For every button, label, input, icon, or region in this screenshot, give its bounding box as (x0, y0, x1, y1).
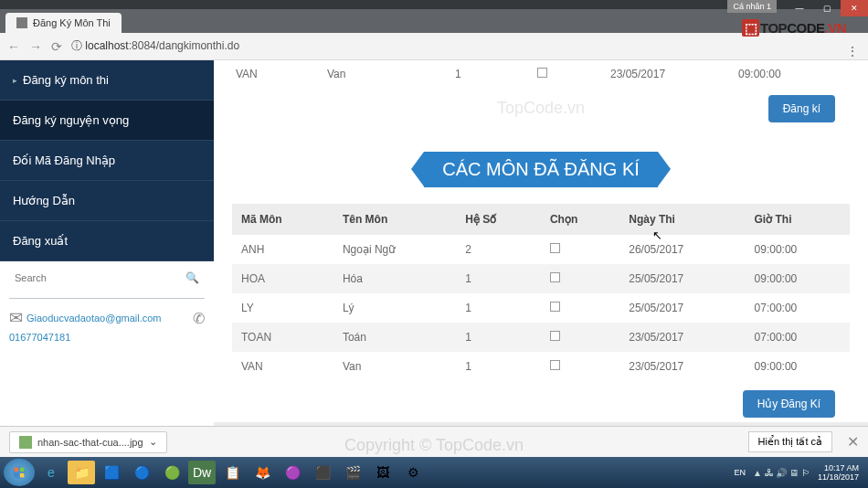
taskbar-app-icon[interactable]: 📋 (218, 461, 246, 484)
url-field[interactable]: ⓘ localhost:8084/dangkimonthi.do (71, 38, 239, 54)
download-bar: nhan-sac-that-cua....jpg ⌄ Hiển thị tất … (0, 426, 868, 457)
topcode-logo: ⬚TOPCODE.VN (742, 20, 846, 37)
cell-checkbox[interactable] (541, 352, 619, 381)
back-button[interactable]: ← (7, 39, 20, 54)
cell: 23/05/2017 (619, 352, 745, 381)
cell-checkbox[interactable] (541, 264, 619, 293)
reload-button[interactable]: ⟳ (51, 39, 62, 54)
cell-checkbox[interactable] (541, 235, 619, 264)
cell: Hóa (333, 264, 456, 293)
profile-label[interactable]: Cá nhân 1 (727, 0, 777, 13)
sidebar-item-label: Đăng ký môn thi (23, 73, 109, 87)
chevron-down-icon[interactable]: ⌄ (149, 436, 157, 448)
cell: Toán (333, 323, 456, 352)
taskbar-app-icon[interactable]: 🟣 (279, 461, 306, 484)
taskbar-firefox-icon[interactable]: 🦊 (249, 461, 276, 484)
close-download-bar[interactable]: ✕ (847, 433, 859, 451)
phone-icon: ✆ (193, 310, 205, 327)
svg-rect-1 (15, 468, 19, 472)
registered-table: Mã Môn Tên Môn Hệ Số Chọn Ngày Thi Giờ T… (232, 204, 850, 381)
register-button[interactable]: Đăng kí (768, 95, 835, 122)
cell: Ngoại Ngữ (333, 235, 456, 264)
table-row: ANH Ngoại Ngữ 2 26/05/2017 09:00:00 (232, 235, 850, 264)
cell: 09:00:00 (746, 235, 850, 264)
cell: 1 (456, 323, 541, 352)
sidebar-item-label: Hướng Dẫn (13, 194, 75, 207)
cell: 25/05/2017 (619, 293, 745, 323)
cell: VAN (232, 352, 333, 381)
taskbar-chrome-icon[interactable]: 🔵 (128, 461, 155, 484)
taskbar-app-icon[interactable]: ⬛ (309, 461, 336, 484)
cell: Van (333, 352, 456, 381)
lang-indicator[interactable]: EN (734, 468, 746, 477)
contact-email[interactable]: Giaoducvadaotao@gmail.com (26, 313, 162, 324)
search-input[interactable] (15, 272, 180, 283)
taskbar-app-icon[interactable]: 🖼 (369, 461, 397, 484)
sidebar-item-label: Đăng ký nguyện vọng (13, 113, 129, 127)
contact-block: ✉ Giaoducvadaotao@gmail.com ✆ 0167704718… (0, 304, 214, 346)
cell: 2 (456, 235, 541, 264)
clock[interactable]: 10:17 AM11/18/2017 (818, 463, 859, 483)
maximize-button[interactable]: ▢ (813, 0, 841, 16)
cell: Van (327, 68, 455, 80)
taskbar-app-icon[interactable]: 🎬 (339, 461, 366, 484)
start-button[interactable] (4, 459, 35, 486)
cell: 09:00:00 (738, 68, 848, 80)
section-title: CÁC MÔN ĐÃ ĐĂNG KÍ (424, 152, 658, 187)
sidebar: ▸Đăng ký môn thi Đăng ký nguyện vọng Đối… (0, 60, 214, 457)
table-header-row: Mã Môn Tên Môn Hệ Số Chọn Ngày Thi Giờ T… (232, 204, 850, 235)
close-button[interactable]: ✕ (841, 0, 868, 16)
th: Tên Môn (333, 204, 456, 235)
cell: Lý (333, 293, 456, 323)
svg-rect-3 (15, 473, 19, 478)
th: Mã Môn (232, 204, 333, 235)
forward-button[interactable]: → (29, 39, 42, 54)
cell: 07:00:00 (746, 323, 850, 352)
show-all-downloads-button[interactable]: Hiển thị tất cả (748, 431, 832, 452)
cell: ANH (232, 235, 333, 264)
content-area: TopCode.vn VAN Van 1 23/05/2017 09:00:00… (214, 60, 868, 457)
sidebar-item-label: Đối Mã Đăng Nhập (13, 154, 115, 167)
envelope-icon: ✉ (9, 308, 23, 328)
search-icon[interactable]: 🔍 (185, 271, 199, 284)
cell: 09:00:00 (746, 264, 850, 293)
cell: 1 (455, 68, 537, 80)
sidebar-item-dangxuat[interactable]: Đăng xuất (0, 221, 214, 261)
tray-icons[interactable]: ▲ 🖧 🔊 🖥 🏳 (753, 468, 810, 478)
cell: 23/05/2017 (619, 323, 745, 352)
cell: 1 (456, 293, 541, 323)
browser-tab[interactable]: Đăng Ký Môn Thi (5, 13, 122, 33)
sidebar-item-label: Đăng xuất (13, 234, 68, 248)
cell-checkbox[interactable] (537, 68, 610, 80)
section-title-wrap: CÁC MÔN ĐÃ ĐĂNG KÍ (214, 152, 868, 187)
cell: 26/05/2017 (619, 235, 745, 264)
th: Ngày Thi (619, 204, 745, 235)
browser-menu-button[interactable]: ⋮ (846, 44, 859, 58)
taskbar-ie-icon[interactable]: e (37, 461, 65, 484)
svg-rect-2 (20, 468, 25, 472)
taskbar-app-icon[interactable]: Dw (188, 461, 216, 484)
taskbar: e 📁 🟦 🔵 🟢 Dw 📋 🦊 🟣 ⬛ 🎬 🖼 ⚙ EN ▲ 🖧 🔊 🖥 🏳 … (0, 457, 868, 488)
cancel-register-button[interactable]: Hủy Đăng Kí (743, 390, 835, 418)
cell-checkbox[interactable] (541, 293, 619, 323)
top-row: VAN Van 1 23/05/2017 09:00:00 (214, 60, 868, 88)
sidebar-item-dangkynguyenvong[interactable]: Đăng ký nguyện vọng (0, 101, 214, 141)
taskbar-app-icon[interactable]: 🟦 (98, 461, 125, 484)
taskbar-app-icon[interactable]: 🟢 (158, 461, 185, 484)
search-box[interactable]: 🔍 (9, 269, 205, 287)
table-row: HOA Hóa 1 25/05/2017 09:00:00 (232, 264, 850, 293)
image-file-icon (19, 436, 32, 449)
system-tray: EN ▲ 🖧 🔊 🖥 🏳 10:17 AM11/18/2017 (734, 463, 864, 483)
cell: VAN (236, 68, 327, 80)
sidebar-item-doimadangnhap[interactable]: Đối Mã Đăng Nhập (0, 141, 214, 181)
cell: LY (232, 293, 333, 323)
tab-favicon-icon (16, 17, 27, 28)
cell: 07:00:00 (746, 293, 850, 323)
taskbar-explorer-icon[interactable]: 📁 (68, 461, 95, 484)
minimize-button[interactable]: — (786, 0, 813, 16)
taskbar-app-icon[interactable]: ⚙ (399, 461, 427, 484)
cell-checkbox[interactable] (541, 323, 619, 352)
sidebar-item-huongdan[interactable]: Hướng Dẫn (0, 181, 214, 221)
sidebar-item-dangkymonthi[interactable]: ▸Đăng ký môn thi (0, 60, 214, 101)
download-chip[interactable]: nhan-sac-that-cua....jpg ⌄ (9, 431, 167, 453)
